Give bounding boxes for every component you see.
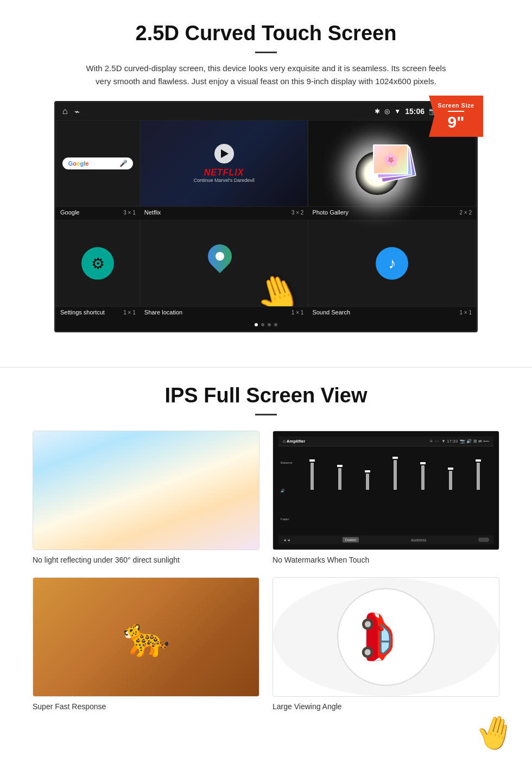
share-name: Share location (144, 309, 182, 316)
maps-icon (208, 244, 240, 282)
google-search-bar[interactable]: Google 🎤 (62, 157, 133, 169)
home-icon[interactable]: ⌂ (62, 106, 68, 116)
dot-2 (261, 323, 264, 326)
hand-touch-icon: 🤚 (249, 266, 308, 307)
photo-gallery-size: 2 × 2 (459, 210, 472, 216)
badge-size: 9" (438, 114, 474, 130)
amp-icon-2: ⋯ (435, 439, 439, 444)
netflix-label: Netflix 3 × 2 (140, 209, 308, 216)
eq-handle-1[interactable] (309, 459, 315, 462)
photo-gallery-name: Photo Gallery (312, 209, 349, 216)
section2-title: IPS Full Screen View (33, 384, 499, 407)
eq-bar-fill-2 (338, 468, 341, 490)
screen-size-badge: Screen Size 9" (429, 96, 483, 137)
cheetah-image: 🐆 (33, 577, 259, 697)
section-ips: IPS Full Screen View No light reflecting… (0, 384, 532, 733)
eq-bar-fill-1 (311, 463, 314, 490)
feature-car: 🚗 Large Viewing Angle (273, 577, 499, 711)
netflix-play-button[interactable] (214, 144, 234, 163)
cheetah-label: Super Fast Response (33, 702, 259, 711)
status-time: 15:06 (405, 107, 425, 116)
eq-handle-4[interactable] (392, 457, 398, 459)
google-label: Google 3 × 1 (56, 209, 140, 216)
feature-sunlight: No light reflecting under 360° direct su… (33, 431, 259, 564)
photo-gallery-label: Photo Gallery 2 × 2 (308, 209, 476, 216)
eq-handle-2[interactable] (337, 465, 343, 467)
app-grid-top: Google 🎤 NETFLIX Continue Marvel's Dared… (56, 120, 476, 207)
cheetah-background: 🐆 (33, 578, 259, 696)
wifi-icon: ▼ (394, 108, 401, 115)
amplifier-display: ⌂ Amplifier ≡ ⋯ ▼ 17:33 📷 🔊 ⊠ ⇄ ⟵ Balanc… (273, 431, 499, 550)
sky-background (33, 431, 259, 550)
app-labels-bottom: Settings shortcut 1 × 1 Share location 1… (56, 307, 476, 320)
music-icon: ♪ (376, 247, 408, 280)
feature-grid: No light reflecting under 360° direct su… (33, 431, 499, 711)
section2-divider (255, 414, 277, 415)
amp-toggle[interactable] (478, 538, 489, 542)
section1-divider (255, 52, 277, 53)
play-icon (221, 149, 229, 158)
feature-watermarks: ⌂ Amplifier ≡ ⋯ ▼ 17:33 📷 🔊 ⊠ ⇄ ⟵ Balanc… (273, 431, 499, 564)
eq-bar-1 (299, 459, 325, 490)
photo-card-3: 🌸 (373, 144, 408, 174)
section-separator (0, 367, 532, 368)
netflix-app-cell[interactable]: NETFLIX Continue Marvel's Daredevil (140, 120, 308, 207)
amp-equalizer (299, 449, 491, 492)
eq-bar-6 (438, 468, 464, 490)
android-screen: ⌂ ⌁ ✱ ◎ ▼ 15:06 📷 🔊 ⊠ ▭ (54, 101, 478, 332)
amp-labels: Balance 🔊 Fader (281, 449, 297, 533)
location-icon: ◎ (384, 108, 390, 115)
eq-handle-3[interactable] (365, 470, 370, 472)
share-location-cell[interactable]: 🤚 (140, 220, 308, 307)
amp-loudness-label: loudness (411, 538, 426, 542)
amp-title: ⌂ Amplifier (283, 439, 305, 444)
bluetooth-icon: ✱ (375, 108, 380, 115)
dot-3 (268, 323, 271, 326)
maps-pin-inner (216, 252, 224, 261)
amp-footer: ◄◄ Custom loudness (278, 535, 493, 544)
eq-handle-5[interactable] (420, 462, 426, 464)
car-label: Large Viewing Angle (273, 702, 499, 711)
amp-freq-label: Balance (281, 461, 297, 464)
amplifier-image: ⌂ Amplifier ≡ ⋯ ▼ 17:33 📷 🔊 ⊠ ⇄ ⟵ Balanc… (273, 431, 499, 550)
settings-app-cell[interactable]: ⚙ (56, 220, 140, 307)
eq-handle-7[interactable] (476, 459, 481, 462)
eq-handle-6[interactable] (448, 468, 453, 470)
amp-footer-arrows: ◄◄ (283, 538, 290, 542)
sound-label: Sound Search 1 × 1 (308, 309, 476, 316)
watermarks-label: No Watermarks When Touch (273, 556, 499, 564)
google-size: 3 × 1 (123, 210, 136, 216)
eq-bar-fill-4 (394, 460, 397, 490)
eq-bar-3 (354, 470, 381, 490)
sunlight-label: No light reflecting under 360° direct su… (33, 556, 259, 564)
sound-search-cell[interactable]: ♪ (308, 220, 476, 307)
share-label: Share location 1 × 1 (140, 309, 308, 316)
settings-label: Settings shortcut 1 × 1 (56, 309, 140, 316)
amp-content: Balance 🔊 Fader (278, 446, 493, 535)
sound-name: Sound Search (312, 309, 350, 316)
amp-signal: ▼ 17:33 (441, 439, 458, 444)
google-app-cell[interactable]: Google 🎤 (56, 120, 140, 207)
amp-vol-icon: 🔊 (281, 489, 297, 493)
netflix-name: Netflix (144, 209, 161, 216)
amp-custom-button[interactable]: Custom (343, 537, 359, 542)
eq-bar-7 (465, 459, 491, 490)
note-icon: ♪ (388, 255, 396, 272)
eq-bar-fill-5 (421, 465, 425, 490)
google-logo: Google (68, 160, 88, 167)
page-indicators (56, 320, 476, 331)
microphone-icon[interactable]: 🎤 (119, 160, 128, 167)
sunlight-image (33, 431, 259, 550)
share-size: 1 × 1 (292, 310, 304, 316)
netflix-logo: NETFLIX (204, 168, 244, 178)
google-name: Google (60, 209, 79, 216)
car-background: 🚗 (273, 578, 499, 696)
feature-cheetah: 🐆 Super Fast Response (33, 577, 259, 711)
amp-icons: ≡ ⋯ ▼ 17:33 📷 🔊 ⊠ ⇄ ⟵ (430, 439, 489, 444)
badge-label: Screen Size (438, 102, 474, 109)
badge-divider (448, 111, 464, 112)
device-mockup: Screen Size 9" ⌂ ⌁ ✱ ◎ ▼ 15:06 📷 🔊 ⊠ (54, 101, 478, 332)
eq-bar-fill-3 (366, 474, 369, 490)
section1-description: With 2.5D curved-display screen, this de… (81, 62, 451, 88)
netflix-background (141, 121, 308, 206)
